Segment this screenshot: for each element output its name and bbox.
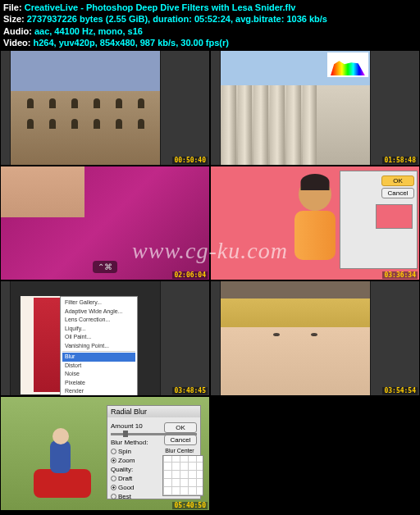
timecode: 02:06:04 [172, 271, 208, 279]
timecode: 05:40:50 [172, 502, 208, 509]
filter-menu[interactable]: Filter Gallery... Adaptive Wide Angle...… [60, 296, 138, 396]
size-label: Size: [3, 14, 25, 24]
ok-button[interactable]: OK [164, 422, 197, 433]
radial-blur-dialog: Radial Blur OK Cancel Blur Center Amount… [107, 405, 201, 499]
ok-button[interactable]: OK [381, 175, 414, 186]
cancel-button[interactable]: Cancel [381, 188, 414, 198]
media-info-header: File: CreativeLive - Photoshop Deep Dive… [0, 0, 420, 50]
thumb-fabric: ⌃⌘ 02:06:04 [0, 166, 210, 281]
thumb-superhero: OK Cancel 03:36:34 [210, 166, 420, 281]
cancel-button[interactable]: Cancel [164, 435, 197, 445]
video-value: h264, yuv420p, 854x480, 987 kb/s, 30.00 … [33, 38, 228, 48]
timecode: 03:48:45 [172, 387, 208, 394]
dialog-title: Radial Blur [107, 406, 200, 417]
thumb-colosseum: 00:50:40 [0, 50, 210, 166]
thumbnail-grid: 00:50:40 01:58:48 ⌃⌘ 02:06:04 OK Cancel [0, 50, 420, 511]
zoom-radio[interactable] [111, 458, 116, 463]
size-value: 2737937226 bytes (2.55 GiB), duration: 0… [27, 14, 327, 24]
timecode: 03:54:54 [382, 387, 418, 394]
thumb-vatican: 01:58:48 [210, 50, 420, 166]
amount-slider[interactable] [111, 433, 197, 435]
audio-label: Audio: [3, 26, 32, 36]
timecode: 01:58:48 [382, 157, 418, 164]
timecode: 03:36:34 [382, 271, 418, 279]
best-radio[interactable] [111, 494, 116, 499]
thumb-empty [210, 396, 420, 512]
keyboard-shortcut: ⌃⌘ [93, 261, 117, 273]
thumb-filter-menu: Filter Gallery... Adaptive Wide Angle...… [0, 280, 210, 396]
thumb-portrait: 03:54:54 [210, 280, 420, 396]
draft-radio[interactable] [111, 476, 116, 481]
spin-radio[interactable] [111, 449, 116, 454]
video-label: Video: [3, 38, 30, 48]
file-value: CreativeLive - Photoshop Deep Dive Filte… [25, 2, 296, 12]
good-radio[interactable] [111, 485, 116, 490]
histogram-panel [327, 52, 368, 77]
thumb-radial-blur: Radial Blur OK Cancel Blur Center Amount… [0, 396, 210, 512]
file-label: File: [3, 2, 22, 12]
audio-value: aac, 44100 Hz, mono, s16 [34, 26, 143, 36]
blur-center-grid[interactable] [162, 455, 203, 496]
timecode: 00:50:40 [172, 157, 208, 164]
color-range-dialog: OK Cancel [340, 171, 418, 269]
preview-thumb [376, 204, 413, 229]
